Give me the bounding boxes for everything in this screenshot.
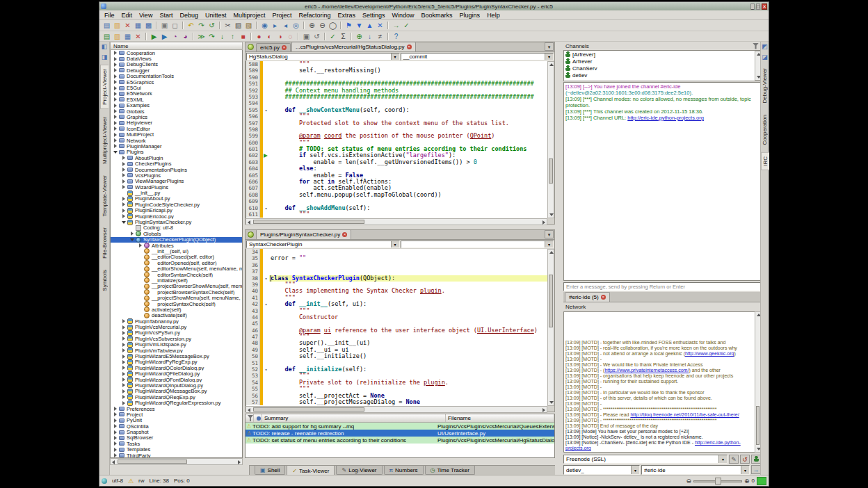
code-line[interactable]: 34 (246, 249, 547, 255)
vcs-commit-icon[interactable]: ⊕ (354, 31, 364, 41)
code-line[interactable]: 45 (246, 320, 547, 327)
scroll-left-icon[interactable] (248, 220, 250, 225)
tree-item[interactable]: CheckerPlugins (111, 161, 242, 166)
scrollbar-thumb[interactable] (549, 158, 553, 184)
code-line[interactable]: 592 ## Context menu handling methods (246, 88, 547, 94)
code-line[interactable]: 590 (246, 74, 547, 81)
scroll-up-icon[interactable] (549, 251, 554, 254)
zoom-out-icon[interactable]: ⊖ (686, 478, 691, 485)
title-bar[interactable]: eric5 - /home/detlev/Development/Python/… (99, 2, 769, 10)
menu-edit[interactable]: Edit (118, 11, 136, 19)
bottom-tab-log-viewer[interactable]: ✎Log-Viewer (336, 466, 382, 475)
tree-item[interactable]: __initialize(self) (111, 277, 242, 283)
minimize-button[interactable]: _ (750, 3, 755, 10)
sidebar-tab-irc[interactable]: IRC (761, 152, 769, 170)
code-line[interactable]: 593 ####################################… (246, 94, 547, 100)
tree-item[interactable]: E5Gui (111, 85, 242, 90)
expand-arrow[interactable] (121, 343, 127, 347)
tree-column-header[interactable]: Name (110, 42, 243, 50)
code-line[interactable]: 36 (246, 262, 547, 268)
search-next-icon[interactable]: ▸ (270, 21, 280, 31)
tree-item[interactable]: SqlBrowser (111, 435, 242, 441)
previous-breakpoint-icon[interactable]: ◑ (275, 31, 285, 41)
tree-item[interactable]: MultiProject (111, 131, 242, 137)
code-line[interactable]: 49 self.__ui = ui (246, 347, 547, 353)
step-over-icon[interactable]: ↷ (207, 31, 217, 41)
menu-view[interactable]: View (136, 11, 156, 19)
close-button[interactable]: ✕ (762, 3, 767, 10)
replace-icon[interactable]: ◎ (291, 21, 301, 31)
tree-item[interactable]: PluginEricdoc.py (111, 213, 242, 219)
close-tab-icon[interactable]: × (407, 44, 412, 49)
tree-item[interactable]: PluginWizardQInputDialog.py (111, 382, 242, 388)
code-line[interactable]: 597 Protected slot to show the context m… (246, 120, 547, 127)
tab-list-dropdown-icon[interactable]: ▾ (545, 230, 554, 238)
bookmark-next-icon[interactable]: ▼ (354, 21, 364, 31)
close-tab-icon[interactable]: × (342, 232, 347, 237)
tree-item[interactable]: WizardPlugins (111, 184, 242, 190)
tree-item[interactable]: PluginTabnanny.py (111, 318, 242, 324)
code-line[interactable]: 598 (246, 127, 547, 133)
tree-item[interactable]: deactivate(self) (111, 313, 242, 318)
tree-item[interactable]: Snapshot (111, 429, 242, 434)
profile-script-icon[interactable]: ◔ (170, 31, 180, 41)
tree-item[interactable]: Graphics (111, 114, 242, 120)
tree-item[interactable]: Cooperation (111, 50, 242, 56)
sidebar-tab-multiproject-viewer[interactable]: Multiproject-Viewer (101, 113, 108, 168)
expand-arrow[interactable] (129, 238, 135, 241)
code-line[interactable]: 591 ####################################… (246, 81, 547, 87)
tree-item[interactable]: Examples (111, 103, 242, 108)
search-icon[interactable]: ◉ (259, 21, 270, 31)
step-out-icon[interactable]: ↑ (227, 31, 238, 41)
maximize-button[interactable]: □ (756, 3, 760, 10)
sidebar-tab-file-browser[interactable]: File-Browser (101, 224, 108, 262)
tree-item[interactable]: PluginWizardQRegularExpression.py (111, 400, 242, 405)
expand-arrow[interactable] (113, 138, 118, 143)
expand-arrow[interactable] (121, 383, 127, 387)
expand-arrow[interactable] (121, 173, 127, 177)
code-line[interactable]: 40 Class implementing the Syntax Checker… (246, 288, 547, 294)
expand-arrow[interactable] (113, 424, 118, 428)
tree-item[interactable]: DataViews (111, 56, 242, 61)
close-file-icon[interactable]: ✕ (122, 21, 133, 31)
close-tab-icon[interactable]: × (282, 45, 287, 50)
user-list-item[interactable]: [Arfrever] (564, 51, 760, 58)
expand-arrow[interactable] (121, 366, 127, 370)
expand-arrow[interactable] (121, 395, 127, 399)
expand-arrow[interactable] (113, 144, 118, 148)
identity-icon[interactable] (751, 455, 761, 464)
expand-arrow[interactable] (113, 436, 118, 440)
scroll-left-icon[interactable] (248, 408, 250, 412)
expand-arrow[interactable] (121, 372, 127, 376)
tree-item[interactable]: PluginEricapi.py (111, 208, 242, 213)
code-line[interactable]: 588 """ (246, 61, 547, 67)
bookmark-prev-icon[interactable]: ▲ (364, 21, 375, 31)
expand-arrow[interactable] (113, 127, 118, 131)
redo-icon[interactable]: ↷ (196, 21, 207, 31)
expand-arrow[interactable] (121, 319, 127, 323)
user-list-item[interactable]: Arfrever (564, 58, 760, 65)
code-line[interactable]: 603 enable = len(self.__getUnversionedIt… (246, 159, 547, 165)
save-icon[interactable]: ▦ (133, 21, 143, 31)
expand-arrow[interactable] (121, 325, 127, 330)
tree-item[interactable]: PluginVcsSubversion.py (111, 336, 242, 341)
code-line[interactable]: 594 (246, 100, 547, 106)
expand-arrow[interactable] (121, 401, 127, 405)
zoom-in-icon[interactable]: ⊕ (744, 478, 750, 485)
tree-item[interactable]: Tasks (111, 441, 242, 446)
code-line[interactable]: 596 """ (246, 113, 547, 120)
code-line[interactable]: 54 Private slot to (re)initialize the pl… (246, 380, 547, 386)
writable-label[interactable]: rw (138, 478, 144, 484)
code-line[interactable]: 57 self.__projectMessageDialog = None (246, 399, 547, 405)
code-line[interactable]: 50 self.__initialize() (246, 353, 547, 359)
unittest-restart-icon[interactable]: ↺ (312, 31, 322, 41)
vcs-diff-icon[interactable]: ≠ (375, 31, 385, 41)
step-into-icon[interactable]: ↓ (217, 31, 227, 41)
save-project-icon[interactable]: ▦ (122, 31, 133, 41)
bookmark-clear-icon[interactable]: ✕ (375, 21, 385, 31)
print-preview-icon[interactable]: ◻ (170, 21, 180, 31)
expand-arrow[interactable] (113, 74, 118, 79)
goto-line-icon[interactable]: → (391, 21, 401, 31)
tree-item[interactable]: Globals (111, 108, 242, 114)
revert-icon[interactable]: ↺ (207, 21, 217, 31)
